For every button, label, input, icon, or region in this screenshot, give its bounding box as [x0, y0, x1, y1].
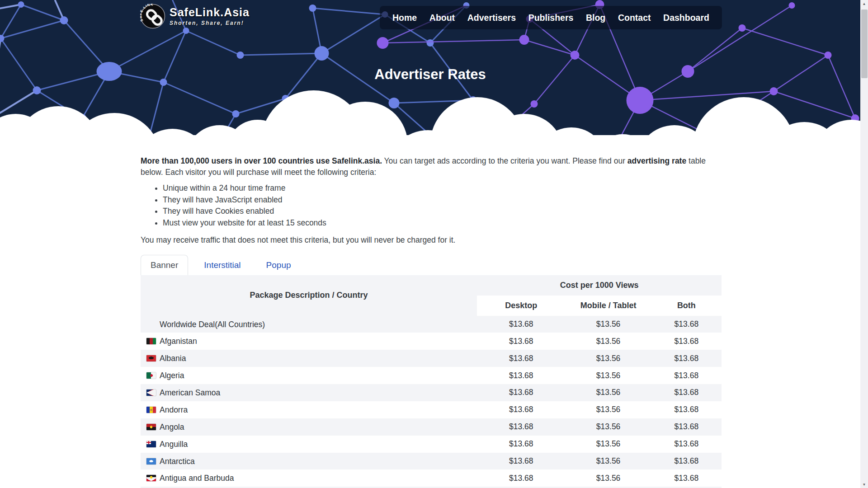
- table-row: Antigua and Barbuda$13.68$13.56$13.68: [141, 469, 722, 487]
- country-name: Angola: [160, 422, 184, 432]
- price-desktop: $13.68: [477, 384, 565, 401]
- price-mobile-tablet: $13.56: [565, 384, 651, 401]
- table-row: Albania$13.68$13.56$13.68: [141, 350, 722, 367]
- table-row: American Samoa$13.68$13.56$13.68: [141, 384, 722, 401]
- price-both: $13.68: [651, 436, 722, 453]
- criteria-item: Must view your website for at least 15 s…: [163, 218, 722, 228]
- country-cell: Anguilla: [141, 436, 477, 453]
- vertical-scrollbar[interactable]: ▲ ▼: [860, 0, 868, 488]
- country-cell: American Samoa: [141, 384, 477, 401]
- intro-middle: You can target ads according to the crit…: [382, 156, 627, 165]
- country-name: Antarctica: [160, 456, 195, 465]
- algeria-flag-icon: [146, 372, 156, 379]
- price-both: $13.68: [651, 350, 722, 367]
- price-both: $13.68: [651, 333, 722, 350]
- scroll-up-button[interactable]: ▲: [860, 0, 868, 7]
- price-mobile-tablet: $13.56: [565, 418, 651, 436]
- price-both: $13.68: [651, 367, 722, 384]
- hero-header: SAFE.LINK SafeLink.Asia Shorten, Share, …: [0, 0, 860, 140]
- price-mobile-tablet: $13.56: [565, 350, 651, 367]
- tab-interstitial[interactable]: Interstitial: [194, 255, 250, 275]
- table-row: Worldwide Deal(All Countries)$13.68$13.5…: [141, 316, 722, 333]
- antarctica-flag-icon: [146, 458, 156, 465]
- column-group-header: Cost per 1000 Views: [477, 275, 722, 296]
- price-desktop: $13.68: [477, 418, 565, 436]
- price-both: $13.68: [651, 384, 722, 401]
- price-desktop: $13.68: [477, 436, 565, 453]
- intro-bold-lead: More than 100,000 users in over 100 coun…: [141, 156, 382, 165]
- price-desktop: $13.68: [477, 333, 565, 350]
- country-cell: Andorra: [141, 401, 477, 418]
- country-cell: Angola: [141, 418, 477, 436]
- criteria-item: They will have Cookies enabled: [163, 206, 722, 216]
- andorra-flag-icon: [146, 407, 156, 413]
- country-cell: Afganistan: [141, 333, 477, 350]
- price-desktop: $13.68: [477, 453, 565, 470]
- price-desktop: $13.68: [477, 316, 565, 333]
- note-paragraph: You may receive traffic that does not me…: [141, 235, 722, 245]
- tab-popup[interactable]: Popup: [257, 255, 301, 275]
- country-name: Albania: [160, 354, 186, 363]
- table-row: Antarctica$13.68$13.56$13.68: [141, 453, 722, 470]
- country-cell: Antigua and Barbuda: [141, 469, 477, 487]
- flag-placeholder: [146, 321, 156, 328]
- antigua-and-barbuda-flag-icon: [146, 475, 156, 481]
- country-cell: Worldwide Deal(All Countries): [141, 316, 477, 333]
- price-mobile-tablet: $13.56: [565, 367, 651, 384]
- rates-table: Package Description / Country Cost per 1…: [141, 275, 722, 488]
- intro-paragraph: More than 100,000 users in over 100 coun…: [141, 155, 722, 178]
- table-row: Afganistan$13.68$13.56$13.68: [141, 333, 722, 350]
- price-mobile-tablet: $13.56: [565, 436, 651, 453]
- price-mobile-tablet: $13.56: [565, 316, 651, 333]
- criteria-list: Unique within a 24 hour time frameThey w…: [141, 183, 722, 228]
- intro-bold-rate: advertising rate: [627, 156, 686, 165]
- country-name: American Samoa: [160, 388, 220, 397]
- table-row: Andorra$13.68$13.56$13.68: [141, 401, 722, 418]
- table-row: Angola$13.68$13.56$13.68: [141, 418, 722, 436]
- price-mobile-tablet: $13.56: [565, 469, 651, 487]
- criteria-item: Unique within a 24 hour time frame: [163, 183, 722, 193]
- price-both: $13.68: [651, 401, 722, 418]
- country-cell: Antarctica: [141, 453, 477, 470]
- price-desktop: $13.68: [477, 401, 565, 418]
- price-mobile-tablet: $13.56: [565, 333, 651, 350]
- column-header-both: Both: [651, 296, 722, 316]
- american-samoa-flag-icon: [146, 389, 156, 396]
- price-both: $13.68: [651, 453, 722, 470]
- tab-bar: BannerInterstitialPopup: [141, 255, 722, 275]
- price-desktop: $13.68: [477, 350, 565, 367]
- country-name: Algeria: [160, 371, 184, 380]
- country-name: Afganistan: [160, 337, 197, 346]
- price-mobile-tablet: $13.56: [565, 401, 651, 418]
- price-both: $13.68: [651, 469, 722, 487]
- scroll-down-button[interactable]: ▼: [860, 481, 868, 488]
- price-desktop: $13.68: [477, 367, 565, 384]
- country-cell: Albania: [141, 350, 477, 367]
- cloud-border: [0, 0, 860, 140]
- country-name: Antigua and Barbuda: [160, 474, 234, 483]
- main-content: More than 100,000 users in over 100 coun…: [141, 155, 722, 488]
- country-cell: Algeria: [141, 367, 477, 384]
- tab-banner[interactable]: Banner: [141, 255, 188, 275]
- column-header-mobile-tablet: Mobile / Tablet: [565, 296, 651, 316]
- price-mobile-tablet: $13.56: [565, 453, 651, 470]
- table-row: Algeria$13.68$13.56$13.68: [141, 367, 722, 384]
- angola-flag-icon: [146, 424, 156, 430]
- column-header-desktop: Desktop: [477, 296, 565, 316]
- price-desktop: $13.68: [477, 469, 565, 487]
- column-header-country: Package Description / Country: [141, 275, 477, 316]
- criteria-item: They will have JavaScript enabled: [163, 195, 722, 205]
- albania-flag-icon: [146, 355, 156, 361]
- table-row: Anguilla$13.68$13.56$13.68: [141, 436, 722, 453]
- country-name: Worldwide Deal(All Countries): [160, 319, 265, 328]
- price-both: $13.68: [651, 418, 722, 436]
- price-both: $13.68: [651, 316, 722, 333]
- country-name: Andorra: [160, 405, 188, 414]
- country-name: Anguilla: [160, 440, 188, 449]
- scrollbar-thumb[interactable]: [861, 9, 868, 78]
- afganistan-flag-icon: [146, 338, 156, 344]
- anguilla-flag-icon: [146, 441, 156, 447]
